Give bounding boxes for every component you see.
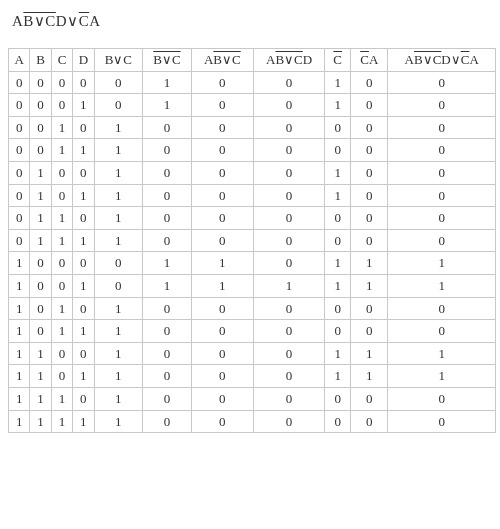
cell: 1 xyxy=(30,411,50,433)
table-row: 00010100100 xyxy=(9,94,495,116)
cell: 0 xyxy=(254,388,324,410)
cell: 0 xyxy=(254,117,324,139)
cell: 1 xyxy=(388,365,495,387)
cell: 1 xyxy=(95,139,143,161)
cell: 0 xyxy=(351,298,387,320)
cell: 0 xyxy=(52,94,72,116)
col-header-0: A xyxy=(9,49,29,71)
cell: 0 xyxy=(388,411,495,433)
cell: 0 xyxy=(73,388,93,410)
cell: 1 xyxy=(325,252,350,274)
cell: 0 xyxy=(95,252,143,274)
cell: 0 xyxy=(351,139,387,161)
cell: 0 xyxy=(351,162,387,184)
cell: 1 xyxy=(95,365,143,387)
cell: 1 xyxy=(351,275,387,297)
cell: 0 xyxy=(73,207,93,229)
cell: 0 xyxy=(73,162,93,184)
cell: 1 xyxy=(73,185,93,207)
cell: 0 xyxy=(325,230,350,252)
cell: 1 xyxy=(325,275,350,297)
cell: 0 xyxy=(351,207,387,229)
col-header-1: B xyxy=(30,49,50,71)
cell: 0 xyxy=(192,207,253,229)
cell: 1 xyxy=(52,207,72,229)
cell: 1 xyxy=(95,343,143,365)
cell: 0 xyxy=(351,117,387,139)
cell: 1 xyxy=(73,230,93,252)
cell: 0 xyxy=(9,139,29,161)
cell: 0 xyxy=(388,94,495,116)
cell: 1 xyxy=(143,94,191,116)
cell: 0 xyxy=(325,298,350,320)
table-row: 10101000000 xyxy=(9,298,495,320)
cell: 0 xyxy=(192,139,253,161)
cell: 0 xyxy=(143,139,191,161)
cell: 0 xyxy=(254,230,324,252)
cell: 1 xyxy=(30,162,50,184)
cell: 1 xyxy=(351,343,387,365)
cell: 0 xyxy=(254,252,324,274)
cell: 1 xyxy=(52,388,72,410)
cell: 1 xyxy=(95,320,143,342)
cell: 1 xyxy=(30,388,50,410)
col-header-7: AB∨CD xyxy=(254,49,324,71)
cell: 0 xyxy=(351,411,387,433)
cell: 0 xyxy=(351,230,387,252)
cell: 1 xyxy=(95,117,143,139)
cell: 0 xyxy=(30,275,50,297)
cell: 0 xyxy=(9,117,29,139)
cell: 0 xyxy=(192,343,253,365)
cell: 0 xyxy=(143,185,191,207)
cell: 1 xyxy=(388,252,495,274)
cell: 0 xyxy=(143,298,191,320)
cell: 1 xyxy=(325,162,350,184)
cell: 0 xyxy=(192,72,253,94)
cell: 1 xyxy=(9,365,29,387)
cell: 1 xyxy=(52,411,72,433)
cell: 0 xyxy=(192,411,253,433)
cell: 0 xyxy=(30,72,50,94)
cell: 0 xyxy=(73,72,93,94)
cell: 1 xyxy=(388,343,495,365)
cell: 0 xyxy=(143,207,191,229)
cell: 1 xyxy=(30,185,50,207)
cell: 0 xyxy=(9,230,29,252)
table-row: 01011000100 xyxy=(9,185,495,207)
cell: 0 xyxy=(192,298,253,320)
cell: 0 xyxy=(73,343,93,365)
cell: 0 xyxy=(254,298,324,320)
cell: 0 xyxy=(52,162,72,184)
cell: 1 xyxy=(143,252,191,274)
cell: 1 xyxy=(30,207,50,229)
col-header-10: AB∨CD∨CA xyxy=(388,49,495,71)
cell: 1 xyxy=(95,230,143,252)
cell: 1 xyxy=(95,411,143,433)
cell: 0 xyxy=(325,139,350,161)
cell: 0 xyxy=(254,72,324,94)
cell: 0 xyxy=(52,343,72,365)
cell: 1 xyxy=(30,230,50,252)
truth-table: ABCDB∨CB∨CAB∨CAB∨CDCCAAB∨CD∨CA 000001001… xyxy=(8,48,496,433)
cell: 0 xyxy=(9,94,29,116)
cell: 1 xyxy=(388,275,495,297)
cell: 1 xyxy=(52,230,72,252)
cell: 0 xyxy=(9,207,29,229)
cell: 0 xyxy=(192,230,253,252)
cell: 1 xyxy=(9,298,29,320)
cell: 1 xyxy=(325,185,350,207)
cell: 1 xyxy=(73,411,93,433)
cell: 0 xyxy=(143,343,191,365)
cell: 1 xyxy=(73,94,93,116)
cell: 0 xyxy=(143,162,191,184)
cell: 0 xyxy=(52,252,72,274)
cell: 0 xyxy=(325,388,350,410)
cell: 0 xyxy=(143,411,191,433)
cell: 0 xyxy=(143,388,191,410)
col-header-2: C xyxy=(52,49,72,71)
cell: 0 xyxy=(325,207,350,229)
cell: 1 xyxy=(9,252,29,274)
cell: 0 xyxy=(192,162,253,184)
cell: 0 xyxy=(388,230,495,252)
cell: 1 xyxy=(9,275,29,297)
